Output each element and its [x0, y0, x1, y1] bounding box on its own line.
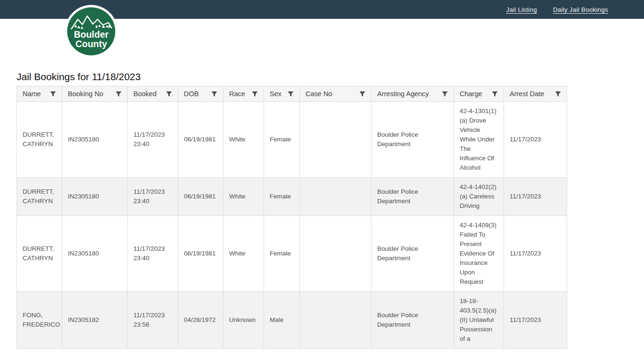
- cell-charge: 42-4-1301(1)(a) Drove Vehicle While Unde…: [454, 102, 504, 178]
- logo-text-line2: County: [75, 39, 107, 49]
- cell-arresting-agency: Boulder Police Department: [372, 216, 454, 292]
- column-header-name[interactable]: Name: [17, 86, 62, 102]
- cell-race: White: [223, 102, 264, 178]
- funnel-icon[interactable]: [442, 91, 448, 97]
- table-header: Name Booking No Booked DOB Race Sex Case…: [17, 86, 567, 102]
- nav-link-daily-jail-bookings[interactable]: Daily Jail Bookings: [553, 6, 608, 13]
- funnel-icon[interactable]: [359, 91, 365, 97]
- column-label: DOB: [184, 90, 198, 98]
- funnel-icon[interactable]: [492, 91, 498, 97]
- table-row: FONG, FREDERICO IN2305182 11/17/2023 23:…: [17, 292, 567, 349]
- cell-arrest-date: 11/17/2023: [504, 102, 567, 178]
- logo-text-line1: Boulder: [74, 29, 109, 40]
- funnel-icon[interactable]: [211, 91, 217, 97]
- jail-bookings-table: Name Booking No Booked DOB Race Sex Case…: [17, 86, 567, 349]
- cell-sex: Female: [264, 102, 300, 178]
- column-label: Name: [23, 90, 41, 98]
- cell-booked: 11/17/2023 23:40: [128, 102, 178, 178]
- cell-booked: 11/17/2023 23:40: [128, 216, 178, 292]
- cell-arrest-date: 11/17/2023: [504, 292, 567, 349]
- cell-booking-no: IN2305180: [62, 178, 128, 216]
- cell-name: DURRETT, CATHRYN: [17, 102, 62, 178]
- table-row: DURRETT, CATHRYN IN2305180 11/17/2023 23…: [17, 216, 567, 292]
- cell-arrest-date: 11/17/2023: [504, 216, 567, 292]
- cell-arresting-agency: Boulder Police Department: [372, 178, 454, 216]
- cell-case-no: [300, 216, 372, 292]
- cell-case-no: [300, 292, 372, 349]
- cell-booked: 11/17/2023 23:40: [128, 178, 178, 216]
- column-label: Arresting Agency: [377, 90, 429, 98]
- column-label: Arrest Date: [510, 90, 544, 98]
- cell-arrest-date: 11/17/2023: [504, 178, 567, 216]
- cell-arresting-agency: Boulder Police Department: [372, 292, 454, 349]
- cell-booking-no: IN2305182: [62, 292, 128, 349]
- column-label: Booked: [133, 90, 157, 98]
- cell-charge: 42-4-1409(3) Failed To Present Evidence …: [454, 216, 504, 292]
- funnel-icon[interactable]: [252, 91, 258, 97]
- boulder-county-logo-image: Boulder County: [65, 5, 118, 58]
- column-label: Charge: [460, 90, 482, 98]
- cell-sex: Male: [264, 292, 300, 349]
- funnel-icon[interactable]: [166, 91, 172, 97]
- cell-booking-no: IN2305180: [62, 102, 128, 178]
- cell-race: White: [223, 178, 264, 216]
- column-label: Sex: [270, 90, 281, 98]
- table-row: DURRETT, CATHRYN IN2305180 11/17/2023 23…: [17, 102, 567, 178]
- cell-case-no: [300, 102, 372, 178]
- column-header-sex[interactable]: Sex: [264, 86, 300, 102]
- cell-name: DURRETT, CATHRYN: [17, 216, 62, 292]
- nav-link-jail-listing[interactable]: Jail Listing: [506, 6, 537, 13]
- page-title: Jail Bookings for 11/18/2023: [17, 71, 644, 83]
- column-header-arrest-date[interactable]: Arrest Date: [504, 86, 567, 102]
- column-label: Case No: [305, 90, 332, 98]
- cell-name: FONG, FREDERICO: [17, 292, 62, 349]
- cell-charge: 42-4-1402(2)(a) Careless Driving: [454, 178, 504, 216]
- cell-dob: 04/28/1972: [178, 292, 223, 349]
- funnel-icon[interactable]: [288, 91, 294, 97]
- cell-sex: Female: [264, 178, 300, 216]
- column-header-booking-no[interactable]: Booking No: [62, 86, 128, 102]
- table-body: DURRETT, CATHRYN IN2305180 11/17/2023 23…: [17, 102, 567, 349]
- cell-charge: 18-18-403.5(2.5)(a) (II) Unlawful Posses…: [454, 292, 504, 349]
- boulder-county-logo: Boulder County: [65, 5, 118, 58]
- cell-dob: 06/19/1981: [178, 178, 223, 216]
- column-label: Booking No: [68, 90, 103, 98]
- cell-booking-no: IN2305180: [62, 216, 128, 292]
- cell-race: Unknown: [223, 292, 264, 349]
- cell-sex: Female: [264, 216, 300, 292]
- cell-name: DURRETT, CATHRYN: [17, 178, 62, 216]
- funnel-icon[interactable]: [50, 91, 56, 97]
- column-label: Race: [229, 90, 245, 98]
- column-header-arresting-agency[interactable]: Arresting Agency: [372, 86, 454, 102]
- funnel-icon[interactable]: [116, 91, 122, 97]
- cell-dob: 06/19/1981: [178, 102, 223, 178]
- cell-race: White: [223, 216, 264, 292]
- column-header-charge[interactable]: Charge: [454, 86, 504, 102]
- cell-dob: 06/19/1981: [178, 216, 223, 292]
- column-header-race[interactable]: Race: [223, 86, 264, 102]
- cell-arresting-agency: Boulder Police Department: [372, 102, 454, 178]
- column-header-case-no[interactable]: Case No: [300, 86, 372, 102]
- column-header-dob[interactable]: DOB: [178, 86, 223, 102]
- table-row: DURRETT, CATHRYN IN2305180 11/17/2023 23…: [17, 178, 567, 216]
- cell-booked: 11/17/2023 23:56: [128, 292, 178, 349]
- column-header-booked[interactable]: Booked: [128, 86, 178, 102]
- header-row: Name Booking No Booked DOB Race Sex Case…: [17, 86, 567, 102]
- cell-case-no: [300, 178, 372, 216]
- funnel-icon[interactable]: [555, 91, 561, 97]
